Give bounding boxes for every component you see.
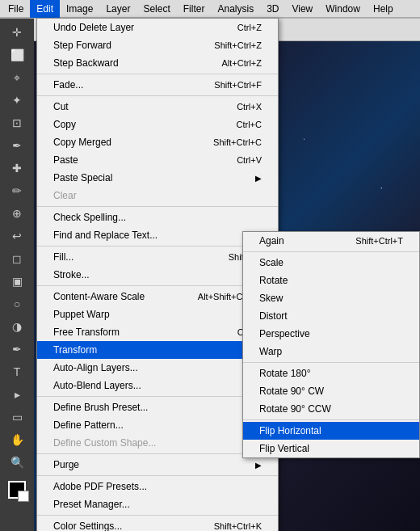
menubar-view[interactable]: View bbox=[285, 0, 319, 18]
dodge-tool[interactable]: ◑ bbox=[6, 316, 27, 337]
menubar: File Edit Image Layer Select Filter Anal… bbox=[0, 0, 420, 18]
sep-8 bbox=[37, 475, 278, 476]
menubar-file[interactable]: File bbox=[2, 0, 30, 18]
healing-tool[interactable]: ✚ bbox=[6, 158, 27, 179]
menu-clear[interactable]: Clear bbox=[37, 187, 278, 204]
transform-rotate-90ccw[interactable]: Rotate 90° CCW bbox=[243, 400, 419, 418]
menubar-select[interactable]: Select bbox=[136, 0, 176, 18]
clone-stamp-tool[interactable]: ⊕ bbox=[6, 203, 27, 224]
transform-distort[interactable]: Distort bbox=[243, 307, 419, 325]
sep-9 bbox=[37, 515, 278, 516]
eyedropper-tool[interactable]: ✒ bbox=[6, 135, 27, 156]
eraser-tool[interactable]: ◻ bbox=[6, 248, 27, 269]
gradient-tool[interactable]: ▣ bbox=[6, 271, 27, 292]
menubar-image[interactable]: Image bbox=[60, 0, 99, 18]
menubar-filter[interactable]: Filter bbox=[177, 0, 212, 18]
blur-tool[interactable]: ○ bbox=[6, 293, 27, 314]
menu-check-spelling[interactable]: Check Spelling... bbox=[37, 209, 278, 226]
transform-sep-3 bbox=[243, 419, 419, 420]
transform-sep-1 bbox=[243, 251, 419, 252]
transform-skew[interactable]: Skew bbox=[243, 289, 419, 307]
menubar-edit[interactable]: Edit bbox=[30, 0, 60, 18]
menubar-analysis[interactable]: Analysis bbox=[211, 0, 260, 18]
menubar-layer[interactable]: Layer bbox=[99, 0, 136, 18]
crop-tool[interactable]: ⊡ bbox=[6, 112, 27, 133]
sep-1 bbox=[37, 74, 278, 74]
left-toolbar: ✛ ⬜ ⌖ ✦ ⊡ ✒ ✚ ✏ ⊕ ↩ ◻ ▣ ○ ◑ ✒ T ▸ ▭ ✋ 🔍 bbox=[0, 19, 34, 531]
menubar-help[interactable]: Help bbox=[367, 0, 400, 18]
sep-3 bbox=[37, 206, 278, 207]
menubar-3d[interactable]: 3D bbox=[260, 0, 285, 18]
menu-undo[interactable]: Undo Delete Layer Ctrl+Z bbox=[37, 19, 278, 36]
brush-tool[interactable]: ✏ bbox=[6, 180, 27, 201]
transform-again[interactable]: Again Shift+Ctrl+T bbox=[243, 232, 419, 250]
menu-color-settings[interactable]: Color Settings... Shift+Ctrl+K bbox=[37, 517, 278, 531]
menubar-window[interactable]: Window bbox=[319, 0, 367, 18]
type-tool[interactable]: T bbox=[6, 361, 27, 382]
menu-copy-merged[interactable]: Copy Merged Shift+Ctrl+C bbox=[37, 133, 278, 151]
transform-flip-vertical[interactable]: Flip Vertical bbox=[243, 440, 419, 457]
menu-cut[interactable]: Cut Ctrl+X bbox=[37, 98, 278, 116]
menu-step-forward[interactable]: Step Forward Shift+Ctrl+Z bbox=[37, 36, 278, 54]
transform-sep-2 bbox=[243, 362, 419, 363]
transform-scale[interactable]: Scale bbox=[243, 254, 419, 272]
zoom-tool[interactable]: 🔍 bbox=[6, 452, 27, 473]
transform-submenu: Again Shift+Ctrl+T Scale Rotate Skew Dis… bbox=[242, 231, 420, 458]
menu-fade[interactable]: Fade... Shift+Ctrl+F bbox=[37, 76, 278, 94]
transform-rotate-90cw[interactable]: Rotate 90° CW bbox=[243, 382, 419, 400]
menu-adobe-pdf[interactable]: Adobe PDF Presets... bbox=[37, 478, 278, 495]
history-brush-tool[interactable]: ↩ bbox=[6, 225, 27, 247]
hand-tool[interactable]: ✋ bbox=[6, 429, 27, 450]
transform-perspective[interactable]: Perspective bbox=[243, 325, 419, 343]
menu-purge[interactable]: Purge ▶ bbox=[37, 456, 278, 474]
move-tool[interactable]: ✛ bbox=[6, 22, 27, 43]
menu-paste[interactable]: Paste Ctrl+V bbox=[37, 151, 278, 169]
transform-warp[interactable]: Warp bbox=[243, 343, 419, 360]
transform-flip-horizontal[interactable]: Flip Horizontal bbox=[243, 422, 419, 440]
sep-2 bbox=[37, 95, 278, 96]
lasso-tool[interactable]: ⌖ bbox=[6, 67, 27, 88]
menu-paste-special[interactable]: Paste Special ▶ bbox=[37, 169, 278, 187]
shape-tool[interactable]: ▭ bbox=[6, 407, 27, 428]
pen-tool[interactable]: ✒ bbox=[6, 339, 27, 360]
transform-rotate[interactable]: Rotate bbox=[243, 272, 419, 289]
magic-wand-tool[interactable]: ✦ bbox=[6, 90, 27, 111]
menu-preset-manager[interactable]: Preset Manager... bbox=[37, 495, 278, 513]
menu-copy[interactable]: Copy Ctrl+C bbox=[37, 116, 278, 133]
menu-step-backward[interactable]: Step Backward Alt+Ctrl+Z bbox=[37, 54, 278, 72]
marquee-tool[interactable]: ⬜ bbox=[6, 44, 27, 65]
path-select-tool[interactable]: ▸ bbox=[6, 384, 27, 405]
transform-rotate-180[interactable]: Rotate 180° bbox=[243, 365, 419, 382]
